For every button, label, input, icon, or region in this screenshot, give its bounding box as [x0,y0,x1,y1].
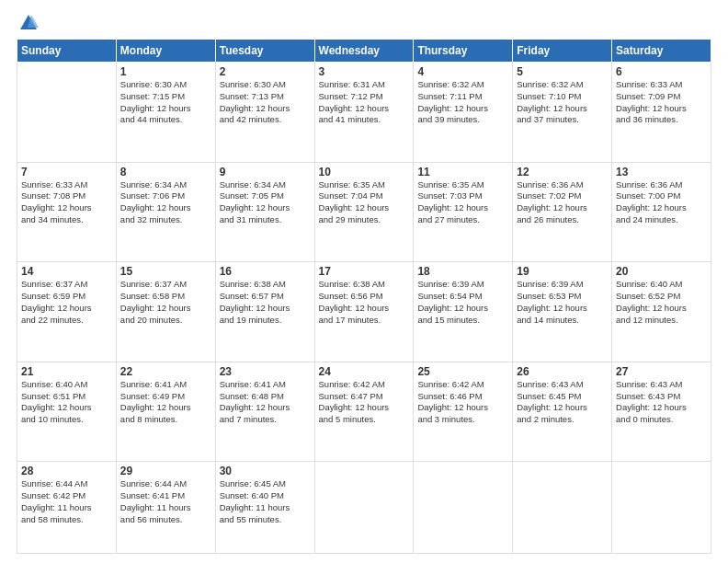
calendar-cell: 26Sunrise: 6:43 AM Sunset: 6:45 PM Dayli… [513,362,612,462]
day-info: Sunrise: 6:32 AM Sunset: 7:11 PM Dayligh… [417,79,508,126]
calendar-week-row: 21Sunrise: 6:40 AM Sunset: 6:51 PM Dayli… [17,362,711,462]
calendar-cell: 6Sunrise: 6:33 AM Sunset: 7:09 PM Daylig… [612,63,711,163]
days-of-week-row: SundayMondayTuesdayWednesdayThursdayFrid… [17,40,711,63]
calendar-cell: 10Sunrise: 6:35 AM Sunset: 7:04 PM Dayli… [314,162,414,262]
day-number: 21 [21,365,112,378]
day-number: 15 [120,265,211,278]
calendar-cell: 30Sunrise: 6:45 AM Sunset: 6:40 PM Dayli… [215,462,314,554]
day-number: 2 [220,65,311,78]
calendar-header: SundayMondayTuesdayWednesdayThursdayFrid… [17,40,711,63]
calendar-cell: 20Sunrise: 6:40 AM Sunset: 6:52 PM Dayli… [612,262,711,362]
calendar-cell: 12Sunrise: 6:36 AM Sunset: 7:02 PM Dayli… [513,162,612,262]
calendar-week-row: 28Sunrise: 6:44 AM Sunset: 6:42 PM Dayli… [17,462,711,554]
day-info: Sunrise: 6:34 AM Sunset: 7:05 PM Dayligh… [220,179,311,226]
calendar-week-row: 7Sunrise: 6:33 AM Sunset: 7:08 PM Daylig… [17,162,711,262]
day-info: Sunrise: 6:38 AM Sunset: 6:57 PM Dayligh… [220,279,311,326]
day-info: Sunrise: 6:35 AM Sunset: 7:04 PM Dayligh… [319,179,410,226]
day-number: 17 [319,265,410,278]
calendar-cell: 4Sunrise: 6:32 AM Sunset: 7:11 PM Daylig… [414,63,513,163]
calendar-cell: 9Sunrise: 6:34 AM Sunset: 7:05 PM Daylig… [215,162,314,262]
day-info: Sunrise: 6:37 AM Sunset: 6:59 PM Dayligh… [21,279,112,326]
day-number: 27 [616,365,707,378]
calendar-cell: 17Sunrise: 6:38 AM Sunset: 6:56 PM Dayli… [314,262,414,362]
day-number: 10 [319,166,410,178]
day-info: Sunrise: 6:44 AM Sunset: 6:42 PM Dayligh… [21,478,112,525]
day-number: 7 [21,166,112,178]
logo-icon [18,13,39,33]
day-number: 18 [417,265,508,278]
calendar-cell: 8Sunrise: 6:34 AM Sunset: 7:06 PM Daylig… [116,162,215,262]
day-number: 24 [319,365,410,378]
day-info: Sunrise: 6:36 AM Sunset: 7:02 PM Dayligh… [517,179,608,226]
calendar-cell [17,63,117,163]
calendar-cell: 29Sunrise: 6:44 AM Sunset: 6:41 PM Dayli… [116,462,215,554]
calendar-table: SundayMondayTuesdayWednesdayThursdayFrid… [17,39,711,554]
calendar-cell: 24Sunrise: 6:42 AM Sunset: 6:47 PM Dayli… [314,362,414,462]
day-info: Sunrise: 6:42 AM Sunset: 6:46 PM Dayligh… [417,379,508,426]
day-of-week-header: Thursday [414,40,513,63]
calendar-cell: 15Sunrise: 6:37 AM Sunset: 6:58 PM Dayli… [116,262,215,362]
day-info: Sunrise: 6:45 AM Sunset: 6:40 PM Dayligh… [220,478,311,525]
day-number: 4 [417,65,508,78]
day-info: Sunrise: 6:43 AM Sunset: 6:43 PM Dayligh… [616,379,707,426]
day-of-week-header: Sunday [17,40,117,63]
calendar-cell: 23Sunrise: 6:41 AM Sunset: 6:48 PM Dayli… [215,362,314,462]
calendar-week-row: 1Sunrise: 6:30 AM Sunset: 7:15 PM Daylig… [17,63,711,163]
day-number: 22 [120,365,211,378]
day-info: Sunrise: 6:35 AM Sunset: 7:03 PM Dayligh… [417,179,508,226]
day-number: 26 [517,365,608,378]
day-number: 13 [616,166,707,178]
logo [17,13,39,33]
day-number: 23 [220,365,311,378]
day-info: Sunrise: 6:39 AM Sunset: 6:54 PM Dayligh… [417,279,508,326]
calendar-cell: 18Sunrise: 6:39 AM Sunset: 6:54 PM Dayli… [414,262,513,362]
day-number: 8 [120,166,211,178]
calendar-cell: 3Sunrise: 6:31 AM Sunset: 7:12 PM Daylig… [314,63,414,163]
calendar-cell [414,462,513,554]
day-number: 1 [120,65,211,78]
day-info: Sunrise: 6:34 AM Sunset: 7:06 PM Dayligh… [120,179,211,226]
day-number: 20 [616,265,707,278]
calendar-cell: 21Sunrise: 6:40 AM Sunset: 6:51 PM Dayli… [17,362,117,462]
day-info: Sunrise: 6:37 AM Sunset: 6:58 PM Dayligh… [120,279,211,326]
calendar-cell [612,462,711,554]
day-info: Sunrise: 6:32 AM Sunset: 7:10 PM Dayligh… [517,79,608,126]
day-info: Sunrise: 6:36 AM Sunset: 7:00 PM Dayligh… [616,179,707,226]
day-number: 29 [120,465,211,477]
calendar-cell [513,462,612,554]
day-info: Sunrise: 6:33 AM Sunset: 7:09 PM Dayligh… [616,79,707,126]
day-number: 16 [220,265,311,278]
day-info: Sunrise: 6:40 AM Sunset: 6:52 PM Dayligh… [616,279,707,326]
day-number: 6 [616,65,707,78]
day-info: Sunrise: 6:42 AM Sunset: 6:47 PM Dayligh… [319,379,410,426]
day-info: Sunrise: 6:40 AM Sunset: 6:51 PM Dayligh… [21,379,112,426]
day-number: 14 [21,265,112,278]
day-number: 9 [220,166,311,178]
calendar-cell: 28Sunrise: 6:44 AM Sunset: 6:42 PM Dayli… [17,462,117,554]
page: SundayMondayTuesdayWednesdayThursdayFrid… [0,0,728,563]
calendar-cell: 11Sunrise: 6:35 AM Sunset: 7:03 PM Dayli… [414,162,513,262]
day-info: Sunrise: 6:41 AM Sunset: 6:49 PM Dayligh… [120,379,211,426]
day-number: 25 [417,365,508,378]
day-number: 12 [517,166,608,178]
day-of-week-header: Monday [116,40,215,63]
day-number: 30 [220,465,311,477]
day-info: Sunrise: 6:39 AM Sunset: 6:53 PM Dayligh… [517,279,608,326]
calendar-week-row: 14Sunrise: 6:37 AM Sunset: 6:59 PM Dayli… [17,262,711,362]
calendar-cell: 16Sunrise: 6:38 AM Sunset: 6:57 PM Dayli… [215,262,314,362]
header [17,9,711,33]
calendar-cell: 13Sunrise: 6:36 AM Sunset: 7:00 PM Dayli… [612,162,711,262]
calendar-cell: 22Sunrise: 6:41 AM Sunset: 6:49 PM Dayli… [116,362,215,462]
day-of-week-header: Tuesday [215,40,314,63]
day-number: 5 [517,65,608,78]
day-number: 11 [417,166,508,178]
calendar-cell: 19Sunrise: 6:39 AM Sunset: 6:53 PM Dayli… [513,262,612,362]
day-number: 3 [319,65,410,78]
day-info: Sunrise: 6:30 AM Sunset: 7:15 PM Dayligh… [120,79,211,126]
day-info: Sunrise: 6:31 AM Sunset: 7:12 PM Dayligh… [319,79,410,126]
calendar-cell: 5Sunrise: 6:32 AM Sunset: 7:10 PM Daylig… [513,63,612,163]
day-info: Sunrise: 6:44 AM Sunset: 6:41 PM Dayligh… [120,478,211,525]
day-number: 28 [21,465,112,477]
calendar-cell: 7Sunrise: 6:33 AM Sunset: 7:08 PM Daylig… [17,162,117,262]
calendar-cell: 2Sunrise: 6:30 AM Sunset: 7:13 PM Daylig… [215,63,314,163]
